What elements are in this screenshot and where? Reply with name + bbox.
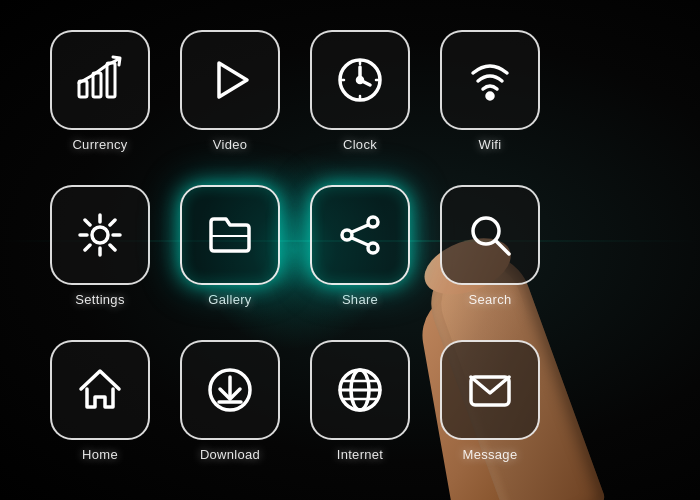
- message-label: Message: [463, 447, 518, 462]
- video-icon: [203, 53, 257, 107]
- wifi-label: Wifi: [479, 137, 502, 152]
- svg-rect-2: [107, 63, 115, 97]
- app-item-home[interactable]: Home: [40, 340, 160, 485]
- download-icon: [203, 363, 257, 417]
- settings-icon: [73, 208, 127, 262]
- currency-icon-box[interactable]: [50, 30, 150, 130]
- currency-label: Currency: [72, 137, 127, 152]
- app-item-download[interactable]: Download: [170, 340, 290, 485]
- video-label: Video: [213, 137, 248, 152]
- svg-point-7: [358, 78, 363, 83]
- svg-line-21: [496, 241, 509, 254]
- svg-rect-1: [93, 73, 101, 97]
- app-grid: Currency Video Clock: [40, 30, 550, 485]
- gallery-icon: [203, 208, 257, 262]
- settings-icon-box[interactable]: [50, 185, 150, 285]
- app-item-gallery[interactable]: Gallery: [170, 185, 290, 330]
- search-label: Search: [469, 292, 512, 307]
- home-icon-box[interactable]: [50, 340, 150, 440]
- message-icon: [463, 363, 517, 417]
- svg-line-19: [352, 238, 368, 245]
- svg-point-13: [92, 227, 108, 243]
- app-item-video[interactable]: Video: [170, 30, 290, 175]
- app-item-currency[interactable]: Currency: [40, 30, 160, 175]
- gallery-icon-box[interactable]: [180, 185, 280, 285]
- internet-label: Internet: [337, 447, 384, 462]
- home-label: Home: [82, 447, 118, 462]
- app-item-internet[interactable]: Internet: [300, 340, 420, 485]
- search-icon: [463, 208, 517, 262]
- share-icon: [333, 208, 387, 262]
- app-item-share[interactable]: Share: [300, 185, 420, 330]
- svg-point-12: [487, 93, 493, 99]
- video-icon-box[interactable]: [180, 30, 280, 130]
- app-item-settings[interactable]: Settings: [40, 185, 160, 330]
- clock-label: Clock: [343, 137, 377, 152]
- download-icon-box[interactable]: [180, 340, 280, 440]
- internet-icon-box[interactable]: [310, 340, 410, 440]
- app-item-message[interactable]: Message: [430, 340, 550, 485]
- message-icon-box[interactable]: [440, 340, 540, 440]
- app-item-search[interactable]: Search: [430, 185, 550, 330]
- wifi-icon: [463, 53, 517, 107]
- settings-label: Settings: [75, 292, 124, 307]
- clock-icon-box[interactable]: [310, 30, 410, 130]
- share-label: Share: [342, 292, 378, 307]
- currency-icon: [73, 53, 127, 107]
- svg-line-18: [352, 225, 368, 232]
- internet-icon: [333, 363, 387, 417]
- svg-marker-3: [219, 63, 247, 97]
- app-item-wifi[interactable]: Wifi: [430, 30, 550, 175]
- share-icon-box[interactable]: [310, 185, 410, 285]
- download-label: Download: [200, 447, 260, 462]
- clock-icon: [333, 53, 387, 107]
- wifi-icon-box[interactable]: [440, 30, 540, 130]
- home-icon: [73, 363, 127, 417]
- app-item-clock[interactable]: Clock: [300, 30, 420, 175]
- gallery-label: Gallery: [208, 292, 251, 307]
- search-icon-box[interactable]: [440, 185, 540, 285]
